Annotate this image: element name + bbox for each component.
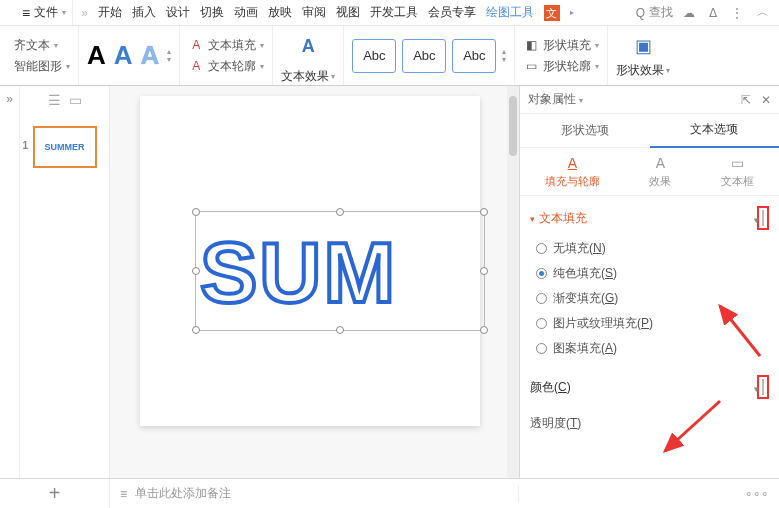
collapse-icon[interactable]: ▾	[530, 214, 535, 224]
radio-none[interactable]: 无填充(N)	[536, 240, 763, 257]
text-effects-icon: A	[293, 26, 323, 66]
scroll-thumb[interactable]	[509, 96, 517, 156]
tab-animate[interactable]: 动画	[234, 4, 258, 21]
thumb-number: 1	[23, 140, 29, 151]
resize-handle[interactable]	[192, 326, 200, 334]
resize-handle[interactable]	[336, 326, 344, 334]
share-icon[interactable]: ᐃ	[709, 6, 717, 20]
shape-outline-button[interactable]: ▭形状轮廓▾	[523, 58, 599, 75]
wordart-text[interactable]: SUM	[196, 212, 484, 332]
slide[interactable]: SUM	[140, 96, 480, 426]
section-text-fill: 文本填充	[539, 211, 587, 225]
properties-panel: ⚙ 对象属性 ▾ ⇱ ✕ 形状选项 文本选项 A 填充与轮廓 A 效果 ▭ 文本…	[519, 86, 779, 478]
subtab-textbox[interactable]: ▭ 文本框	[721, 155, 754, 189]
rail-collapse-icon[interactable]: »	[6, 92, 13, 106]
add-slide-button[interactable]: +	[0, 479, 110, 508]
overflow-icon[interactable]: ⋮	[731, 6, 743, 20]
selected-textbox[interactable]: SUM	[195, 211, 485, 331]
ribbon: 齐文本▾ 智能图形▾ A A A ▴▾ A文本填充▾ A文本轮廓▾ A 文本效果…	[0, 26, 779, 86]
canvas-area[interactable]: SUM	[110, 86, 519, 478]
wordart-spinner[interactable]: ▴▾	[167, 48, 171, 64]
caret-down-icon: ▾	[62, 8, 66, 17]
resize-handle[interactable]	[192, 208, 200, 216]
resize-handle[interactable]	[480, 208, 488, 216]
text-fill-icon: A	[188, 37, 204, 53]
radio-pattern[interactable]: 图案填充(A)	[536, 340, 763, 357]
pin-icon[interactable]: ⇱	[741, 93, 751, 107]
slide-thumbnail-1[interactable]: 1 SUMMER	[33, 126, 97, 168]
hamburger-icon: ≡	[22, 5, 30, 21]
tab-view[interactable]: 视图	[336, 4, 360, 21]
resize-handle[interactable]	[480, 267, 488, 275]
chevron-up-icon[interactable]: ︿	[757, 4, 769, 21]
color-combo[interactable]	[762, 379, 764, 395]
tab-extra-icon[interactable]: 文	[544, 5, 560, 21]
more-icon[interactable]: ∘∘∘	[745, 487, 769, 501]
app-accent	[4, 3, 10, 23]
outline-view-icon[interactable]: ☰	[48, 92, 61, 108]
tab-vip[interactable]: 会员专享	[428, 4, 476, 21]
annotation-box-1	[757, 206, 769, 230]
tab-start[interactable]: 开始	[98, 4, 122, 21]
vertical-scrollbar[interactable]	[507, 86, 519, 478]
text-effects-button[interactable]: A 文本效果▾	[281, 26, 335, 85]
search-placeholder: 查找	[649, 4, 673, 21]
opacity-label: 透明度(T)	[530, 415, 581, 432]
shape-effects-icon: ▣	[635, 32, 651, 60]
text-fill-button[interactable]: A文本填充▾	[188, 37, 264, 54]
cloud-icon[interactable]: ☁	[683, 6, 695, 20]
color-label: 颜色(C)	[530, 379, 571, 396]
tab-insert[interactable]: 插入	[132, 4, 156, 21]
fill-outline-icon: A	[562, 155, 582, 171]
notes-area[interactable]: ≡ 单击此处添加备注	[110, 485, 519, 502]
shape-preset-1[interactable]: Abc	[352, 39, 396, 73]
panel-title: 对象属性	[528, 92, 576, 106]
bucket-icon: ◧	[523, 37, 539, 53]
tab-dev[interactable]: 开发工具	[370, 4, 418, 21]
thumb-text: SUMMER	[45, 142, 85, 152]
shape-preset-spinner[interactable]: ▴▾	[502, 48, 506, 64]
search-box[interactable]: Q 查找	[636, 4, 673, 21]
resize-handle[interactable]	[336, 208, 344, 216]
tab-text-options[interactable]: 文本选项	[650, 113, 780, 148]
slide-view-icon[interactable]: ▭	[69, 92, 82, 108]
effects-icon: A	[650, 155, 670, 171]
text-outline-button[interactable]: A文本轮廓▾	[188, 58, 264, 75]
tab-overflow-icon[interactable]: ▸	[570, 8, 574, 17]
textbox-icon: ▭	[728, 155, 748, 171]
radio-solid[interactable]: 纯色填充(S)	[536, 265, 763, 282]
tab-review[interactable]: 审阅	[302, 4, 326, 21]
file-label: 文件	[34, 4, 58, 21]
tab-shape-options[interactable]: 形状选项	[520, 114, 650, 147]
notes-icon: ≡	[120, 487, 127, 501]
shape-preset-2[interactable]: Abc	[402, 39, 446, 73]
resize-handle[interactable]	[480, 326, 488, 334]
wordart-style-outline[interactable]: A	[141, 40, 160, 71]
radio-gradient[interactable]: 渐变填充(G)	[536, 290, 763, 307]
tab-slideshow[interactable]: 放映	[268, 4, 292, 21]
tab-design[interactable]: 设计	[166, 4, 190, 21]
smartart-button[interactable]: 智能图形▾	[14, 58, 70, 75]
text-outline-icon: A	[188, 58, 204, 74]
tab-transition[interactable]: 切换	[200, 4, 224, 21]
more-left-icon[interactable]: »	[81, 6, 88, 20]
shape-fill-button[interactable]: ◧形状填充▾	[523, 37, 599, 54]
wordart-style-blue[interactable]: A	[114, 40, 133, 71]
fill-preset-combo[interactable]	[762, 210, 764, 226]
outline-icon: ▭	[523, 58, 539, 74]
shape-preset-3[interactable]: Abc	[452, 39, 496, 73]
annotation-box-2	[757, 375, 769, 399]
search-icon: Q	[636, 6, 645, 20]
tab-drawtools[interactable]: 绘图工具	[486, 4, 534, 21]
shape-effects-button[interactable]: ▣ 形状效果▾	[616, 32, 670, 79]
subtab-fill-outline[interactable]: A 填充与轮廓	[545, 155, 600, 189]
ribbon-tabs: » 开始 插入 设计 切换 动画 放映 审阅 视图 开发工具 会员专享 绘图工具…	[73, 4, 635, 21]
align-text-button[interactable]: 齐文本▾	[14, 37, 70, 54]
radio-picture[interactable]: 图片或纹理填充(P)	[536, 315, 763, 332]
close-icon[interactable]: ✕	[761, 93, 771, 107]
subtab-effects[interactable]: A 效果	[649, 155, 671, 189]
file-menu[interactable]: ≡ 文件 ▾	[16, 0, 73, 25]
notes-placeholder: 单击此处添加备注	[135, 485, 231, 502]
resize-handle[interactable]	[192, 267, 200, 275]
wordart-style-solid[interactable]: A	[87, 40, 106, 71]
